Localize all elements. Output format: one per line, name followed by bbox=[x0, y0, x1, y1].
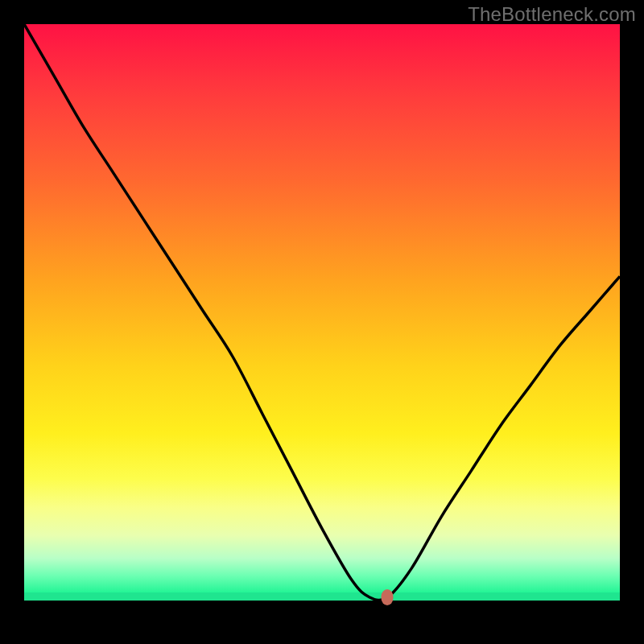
curve-path bbox=[24, 24, 620, 601]
plot-area bbox=[24, 24, 620, 620]
chart-frame: TheBottleneck.com bbox=[0, 0, 644, 644]
minimum-marker bbox=[382, 589, 394, 605]
watermark-text: TheBottleneck.com bbox=[468, 3, 636, 26]
bottleneck-curve bbox=[24, 24, 620, 620]
